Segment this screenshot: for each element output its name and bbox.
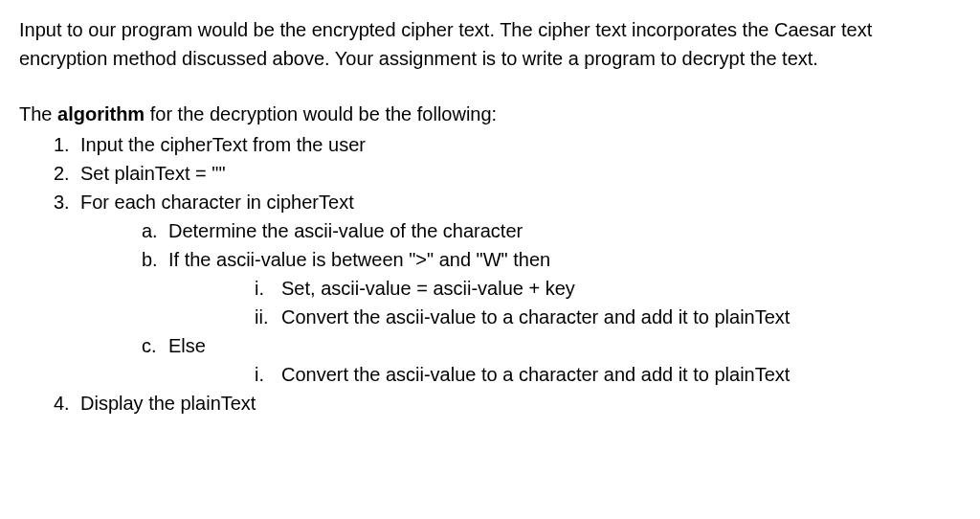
step-3: For each character in cipherText Determi… [54, 188, 961, 389]
heading-bold: algorithm [57, 103, 145, 124]
step-4: Display the plainText [54, 389, 961, 417]
step-3b-text: If the ascii-value is between ">" and "W… [168, 249, 550, 270]
step-2: Set plainText = "" [54, 159, 961, 188]
heading-prefix: The [19, 103, 57, 124]
step-3c-i: Convert the ascii-value to a character a… [255, 360, 961, 389]
heading-suffix: for the decryption would be the followin… [145, 103, 497, 124]
step-3c: Else Convert the ascii-value to a charac… [142, 331, 961, 389]
step-3b-substeps: Set, ascii-value = ascii-value + key Con… [168, 274, 961, 331]
step-3-text: For each character in cipherText [80, 192, 354, 213]
step-3b: If the ascii-value is between ">" and "W… [142, 245, 961, 331]
step-3c-text: Else [168, 335, 206, 356]
step-3-substeps: Determine the ascii-value of the charact… [80, 216, 961, 389]
step-3c-substeps: Convert the ascii-value to a character a… [168, 360, 961, 389]
step-1: Input the cipherText from the user [54, 130, 961, 159]
step-3b-i: Set, ascii-value = ascii-value + key [255, 274, 961, 303]
algorithm-heading: The algorithm for the decryption would b… [19, 100, 961, 128]
algorithm-steps: Input the cipherText from the user Set p… [19, 130, 961, 417]
step-3a: Determine the ascii-value of the charact… [142, 216, 961, 245]
step-3b-ii: Convert the ascii-value to a character a… [255, 303, 961, 331]
intro-paragraph: Input to our program would be the encryp… [19, 15, 961, 73]
